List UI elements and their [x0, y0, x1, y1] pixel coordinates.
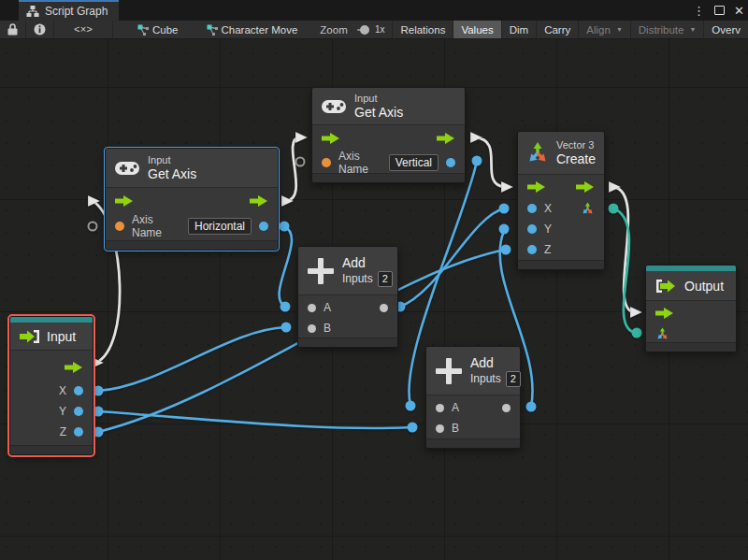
flow-endpoint-arrow[interactable]	[630, 307, 642, 318]
flow-out-port-icon[interactable]	[65, 362, 83, 373]
port-label: B	[324, 322, 331, 335]
toggle-carry[interactable]: Carry	[537, 21, 578, 39]
axis-name-field[interactable]: Horizontal	[188, 218, 252, 235]
value-in-port-icon[interactable]	[527, 245, 537, 254]
flow-out-port-icon[interactable]	[437, 133, 455, 144]
close-icon[interactable]: ✕	[734, 4, 744, 18]
value-out-port-icon[interactable]	[259, 222, 268, 231]
node-title: Add	[470, 355, 521, 370]
vector-endpoint-dot[interactable]	[609, 204, 619, 214]
flow-in-port-icon[interactable]	[527, 181, 546, 193]
node-vector3-create[interactable]: Vector 3 Create X Y	[517, 131, 605, 270]
value-endpoint-dot[interactable]	[94, 427, 104, 438]
value-endpoint-dot[interactable]	[281, 323, 292, 333]
value-endpoint-dot[interactable]	[472, 156, 482, 166]
zoom-slider-handle[interactable]	[360, 25, 369, 35]
info-button[interactable]	[26, 21, 53, 39]
string-port-icon[interactable]	[115, 222, 124, 231]
node-get-axis-vertical[interactable]: Input Get Axis Axis Name Vertical	[311, 87, 466, 183]
flow-endpoint-arrow[interactable]	[470, 132, 482, 143]
code-view-button[interactable]: <×>	[54, 21, 112, 39]
toggle-dim[interactable]: Dim	[502, 21, 536, 39]
flow-out-port-icon[interactable]	[576, 181, 595, 193]
value-endpoint-dot[interactable]	[408, 423, 418, 433]
flow-in-port-icon[interactable]	[322, 133, 340, 144]
value-out-port-icon[interactable]	[74, 386, 83, 395]
inputs-label: Inputs	[342, 272, 373, 285]
breadcrumb-label: Character Move	[222, 24, 298, 36]
wire-value-horizontal-to-add1-a[interactable]	[280, 226, 292, 307]
wire-flow-getaxis-horizontal-to-getaxis-vertical[interactable]	[286, 137, 299, 201]
wire-value-input-y-to-add2-b[interactable]	[98, 411, 412, 428]
string-port-icon[interactable]	[322, 158, 331, 167]
inputs-label: Inputs	[470, 372, 501, 385]
value-endpoint-dot[interactable]	[526, 402, 537, 412]
dropdown-distribute[interactable]: Distribute ▼	[631, 21, 704, 39]
button-label: Overv	[712, 24, 741, 36]
flow-in-port-icon[interactable]	[655, 308, 674, 319]
breadcrumb-graph-character-move[interactable]: Character Move	[199, 21, 306, 39]
flow-out-port-icon[interactable]	[250, 195, 268, 207]
graph-node-icon	[137, 24, 149, 36]
value-out-port-icon[interactable]	[446, 158, 455, 167]
value-out-port-icon[interactable]	[502, 404, 511, 412]
value-endpoint-dot[interactable]	[94, 386, 104, 396]
value-out-port-icon[interactable]	[74, 427, 83, 437]
tab-script-graph[interactable]: Script Graph	[19, 0, 119, 21]
toggle-relations[interactable]: Relations	[393, 21, 453, 39]
value-in-port-icon[interactable]	[436, 424, 444, 433]
value-out-port-icon[interactable]	[380, 304, 388, 312]
value-endpoint-dot[interactable]	[280, 222, 290, 232]
axis-name-field[interactable]: Vertical	[389, 154, 439, 171]
toggle-values[interactable]: Values	[453, 21, 500, 39]
unconnected-port-ring[interactable]	[296, 158, 305, 166]
toggle-label: Dim	[510, 24, 528, 36]
vector-endpoint-dot[interactable]	[632, 328, 642, 338]
value-endpoint-dot[interactable]	[406, 401, 416, 411]
tab-title: Script Graph	[45, 5, 108, 18]
value-in-port-icon[interactable]	[527, 204, 537, 213]
more-menu-icon[interactable]: ⋮	[693, 4, 705, 18]
input-icon	[20, 329, 40, 344]
inputs-count-field[interactable]: 2	[506, 371, 521, 387]
value-endpoint-dot[interactable]	[499, 204, 510, 214]
value-out-port-icon[interactable]	[74, 407, 83, 416]
gamepad-icon	[322, 99, 346, 114]
value-in-port-icon[interactable]	[308, 324, 316, 333]
node-get-axis-horizontal[interactable]: Input Get Axis Axis Name Horizontal	[105, 148, 279, 251]
value-endpoint-dot[interactable]	[499, 224, 510, 235]
wire-value-input-x-to-add1-b[interactable]	[98, 327, 286, 391]
port-label: Y	[544, 223, 552, 236]
node-footer	[426, 438, 520, 448]
node-input[interactable]: Input X Y Z	[9, 316, 94, 455]
vector3-icon	[525, 141, 550, 165]
value-endpoint-dot[interactable]	[94, 407, 104, 417]
flow-in-port-icon[interactable]	[115, 195, 134, 207]
flow-endpoint-arrow[interactable]	[295, 132, 308, 143]
button-overview[interactable]: Overv	[704, 21, 748, 39]
unconnected-port-ring[interactable]	[89, 223, 97, 231]
value-in-port-icon[interactable]	[527, 224, 537, 234]
breadcrumb-graph-cube[interactable]: Cube	[130, 21, 186, 39]
node-output[interactable]: Output	[645, 265, 737, 352]
lock-button[interactable]	[0, 21, 25, 39]
node-add-2[interactable]: Add Inputs 2 A B	[425, 346, 521, 449]
vector3-out-port-icon[interactable]	[581, 202, 595, 216]
script-graph-window: Script Graph ⋮ ✕ <×>	[0, 0, 748, 560]
value-in-port-icon[interactable]	[436, 404, 444, 412]
port-label: X	[59, 384, 66, 397]
dropdown-align[interactable]: Align ▼	[579, 21, 630, 39]
flow-endpoint-arrow[interactable]	[501, 181, 513, 193]
maximize-icon[interactable]	[714, 6, 725, 15]
vector3-in-port-icon[interactable]	[655, 327, 669, 341]
value-endpoint-dot[interactable]	[280, 302, 291, 312]
flow-endpoint-arrow[interactable]	[609, 181, 621, 193]
graph-canvas[interactable]: Input Get Axis Axis Name Vertical	[0, 39, 748, 560]
zoom-slider[interactable]	[357, 29, 367, 31]
value-endpoint-dot[interactable]	[501, 245, 511, 255]
wire-value-add1-to-vector3-x[interactable]	[400, 208, 504, 307]
value-in-port-icon[interactable]	[308, 304, 316, 312]
node-add-1[interactable]: Add Inputs 2 A B	[297, 246, 398, 348]
inputs-count-field[interactable]: 2	[378, 271, 393, 287]
lock-icon	[7, 23, 18, 36]
